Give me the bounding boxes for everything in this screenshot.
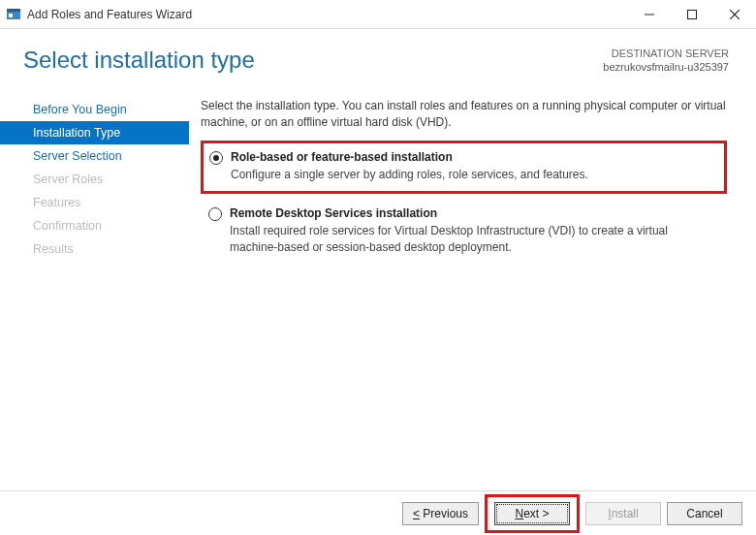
sidebar-item-confirmation: Confirmation [0, 214, 189, 237]
destination-value: bezrukovsfmailru-u325397 [603, 60, 729, 74]
next-button[interactable]: Next > [494, 502, 570, 525]
sidebar: Before You Begin Installation Type Serve… [0, 94, 189, 270]
header: Select installation type DESTINATION SER… [0, 29, 756, 75]
option-title: Role-based or feature-based installation [231, 149, 588, 166]
svg-rect-2 [9, 14, 13, 17]
option-remote-desktop[interactable]: Remote Desktop Services installation Ins… [201, 198, 727, 266]
option-desc: Install required role services for Virtu… [230, 223, 717, 257]
intro-text: Select the installation type. You can in… [201, 98, 727, 132]
page-title: Select installation type [23, 47, 255, 74]
sidebar-item-features: Features [0, 191, 189, 214]
sidebar-item-server-roles: Server Roles [0, 168, 189, 191]
titlebar: Add Roles and Features Wizard [0, 0, 756, 29]
window-title: Add Roles and Features Wizard [27, 8, 628, 21]
app-icon [6, 7, 21, 22]
previous-button[interactable]: < Previous [402, 502, 479, 525]
svg-rect-4 [688, 10, 697, 18]
sidebar-item-before-you-begin[interactable]: Before You Begin [0, 98, 189, 121]
sidebar-item-installation-type[interactable]: Installation Type [0, 121, 189, 144]
option-title: Remote Desktop Services installation [230, 205, 717, 222]
destination-label: DESTINATION SERVER [603, 47, 729, 60]
radio-icon[interactable] [209, 151, 223, 165]
sidebar-item-server-selection[interactable]: Server Selection [0, 144, 189, 168]
minimize-button[interactable] [628, 0, 671, 29]
option-desc: Configure a single server by adding role… [231, 167, 588, 183]
content: Select the installation type. You can in… [189, 94, 756, 270]
radio-icon[interactable] [208, 207, 222, 221]
window-controls [628, 0, 756, 29]
option-text: Remote Desktop Services installation Ins… [230, 205, 717, 256]
next-highlight: Next > [485, 494, 580, 533]
svg-rect-1 [7, 9, 20, 12]
footer: < Previous Next > Install Cancel [0, 490, 756, 535]
option-text: Role-based or feature-based installation… [231, 149, 588, 183]
cancel-button[interactable]: Cancel [667, 502, 742, 525]
sidebar-item-results: Results [0, 237, 189, 261]
destination-server: DESTINATION SERVER bezrukovsfmailru-u325… [603, 47, 729, 75]
install-button: Install [585, 502, 661, 525]
maximize-button[interactable] [671, 0, 713, 29]
option-role-based[interactable]: Role-based or feature-based installation… [201, 141, 727, 194]
close-button[interactable] [713, 0, 756, 29]
body: Before You Begin Installation Type Serve… [0, 75, 756, 270]
